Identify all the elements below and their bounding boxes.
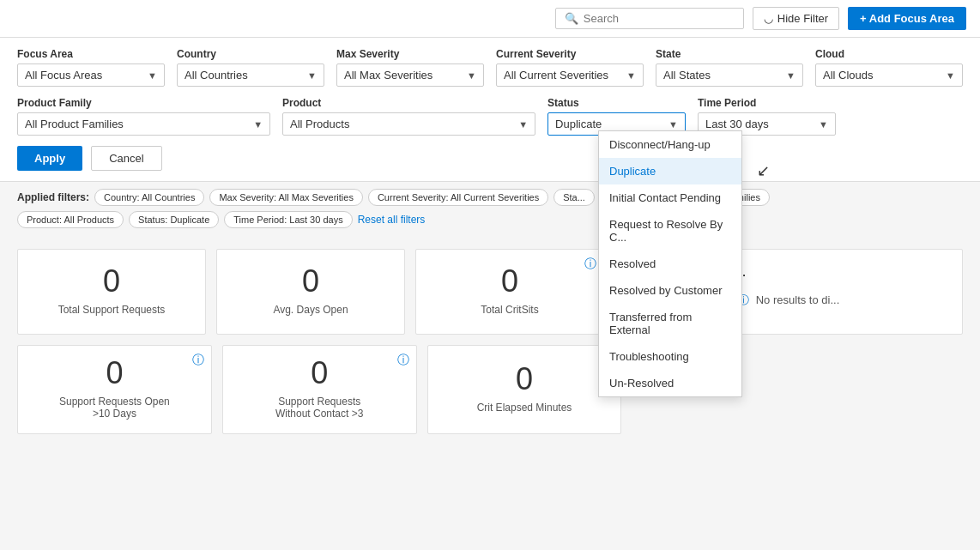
avg-days-open-value: 0 <box>302 264 319 299</box>
avg-days-open-card: 0 Avg. Days Open <box>216 249 405 335</box>
dropdown-item-duplicate[interactable]: Duplicate <box>599 158 741 184</box>
current-severity-select[interactable]: All Current Severities ▼ <box>496 63 644 87</box>
focus-area-group: Focus Area All Focus Areas ▼ <box>17 48 165 87</box>
support-requests-open-10days-value: 0 <box>106 356 123 390</box>
info-icon[interactable]: ⓘ <box>192 353 204 368</box>
filter-tag: Sta... <box>554 189 595 206</box>
apply-button[interactable]: Apply <box>17 146 82 171</box>
filter-tag: Current Severity: All Current Severities <box>368 189 548 206</box>
cloud-group: Cloud All Clouds ▼ <box>815 48 963 87</box>
avg-days-open-label: Avg. Days Open <box>273 304 348 316</box>
crit-elapsed-minutes-card: ⓘ 0 Crit Elapsed Minutes <box>427 345 622 434</box>
product-label: Product <box>282 97 535 109</box>
action-row: Apply Cancel <box>17 146 963 171</box>
focus-area-label: Focus Area <box>17 48 165 60</box>
dropdown-item-troubleshooting[interactable]: Troubleshooting <box>599 343 741 370</box>
crit-elapsed-minutes-label: Crit Elapsed Minutes <box>477 402 572 414</box>
main-content: 0 Total Support Requests 0 Avg. Days Ope… <box>0 235 980 448</box>
cards-row-2: ⓘ 0 Support Requests Open>10 Days ⓘ 0 Su… <box>17 345 963 434</box>
focus-area-select[interactable]: All Focus Areas ▼ <box>17 63 165 87</box>
country-label: Country <box>177 48 324 60</box>
status-arrow-icon: ▼ <box>668 119 678 130</box>
dropdown-item-resolved-by-customer[interactable]: Resolved by Customer <box>599 277 741 304</box>
filter-panel: Focus Area All Focus Areas ▼ Country All… <box>0 38 980 182</box>
state-label: State <box>656 48 803 60</box>
no-results-message: ⓘ No results to di... <box>738 286 840 315</box>
product-family-arrow-icon: ▼ <box>253 119 263 130</box>
filter-icon: ◡ <box>764 12 773 25</box>
country-arrow-icon: ▼ <box>307 70 317 81</box>
support-requests-no-contact-value: 0 <box>311 356 328 390</box>
max-severity-group: Max Severity All Max Severities ▼ <box>336 48 484 87</box>
filter-tag: Status: Duplicate <box>129 211 219 228</box>
cloud-select[interactable]: All Clouds ▼ <box>815 63 963 87</box>
total-support-requests-value: 0 <box>103 264 120 299</box>
total-critsits-card: ⓘ 0 Total CritSits <box>415 249 604 335</box>
dropdown-item-transferred-external[interactable]: Transferred from External <box>599 304 741 343</box>
applied-filters-label: Applied filters: <box>17 191 89 203</box>
time-period-label: Time Period <box>698 97 836 109</box>
filter-tag: Product: All Products <box>17 211 124 228</box>
total-critsits-label: Total CritSits <box>481 304 538 316</box>
current-severity-arrow-icon: ▼ <box>626 70 636 81</box>
time-period-arrow-icon: ▼ <box>819 119 828 130</box>
state-arrow-icon: ▼ <box>786 70 795 81</box>
status-dropdown: Disconnect/Hang-up Duplicate Initial Con… <box>598 130 742 397</box>
current-severity-group: Current Severity All Current Severities … <box>496 48 644 87</box>
cloud-arrow-icon: ▼ <box>946 70 955 81</box>
cards-row-1: 0 Total Support Requests 0 Avg. Days Ope… <box>17 249 963 335</box>
top-bar: 🔍 ◡ Hide Filter + Add Focus Area <box>0 0 980 38</box>
applied-filters-bar: Applied filters: Country: All Countries … <box>0 182 980 235</box>
dropdown-item-initial-contact[interactable]: Initial Contact Pending <box>599 184 741 211</box>
search-input[interactable] <box>584 12 735 25</box>
hide-filter-button[interactable]: ◡ Hide Filter <box>753 7 839 30</box>
country-group: Country All Countries ▼ <box>177 48 324 87</box>
max-severity-arrow-icon: ▼ <box>467 70 476 81</box>
support-requests-no-contact-label: Support RequestsWithout Contact >3 <box>275 396 363 420</box>
cloud-label: Cloud <box>815 48 963 60</box>
max-severity-select[interactable]: All Max Severities ▼ <box>336 63 484 87</box>
total-support-requests-label: Total Support Requests <box>58 304 166 316</box>
dropdown-item-disconnect[interactable]: Disconnect/Hang-up <box>599 131 741 158</box>
max-severity-label: Max Severity <box>336 48 484 60</box>
state-select[interactable]: All States ▼ <box>656 63 803 87</box>
dropdown-item-unresolved[interactable]: Un-Resolved <box>599 370 741 396</box>
state-group: State All States ▼ <box>656 48 803 87</box>
info-icon[interactable]: ⓘ <box>584 257 596 272</box>
search-box[interactable]: 🔍 <box>555 8 744 29</box>
total-support-requests-card: 0 Total Support Requests <box>17 249 206 335</box>
crit-elapsed-minutes-value: 0 <box>516 362 533 396</box>
country-select[interactable]: All Countries ▼ <box>177 63 324 87</box>
product-family-group: Product Family All Product Families ▼ <box>17 97 270 136</box>
filter-row-1: Focus Area All Focus Areas ▼ Country All… <box>17 48 963 87</box>
filter-tag: Country: All Countries <box>94 189 204 206</box>
product-arrow-icon: ▼ <box>518 119 528 130</box>
focus-area-arrow-icon: ▼ <box>148 70 157 81</box>
search-icon: 🔍 <box>565 12 578 25</box>
status-label: Status <box>547 97 686 109</box>
support-requests-open-10days-card: ⓘ 0 Support Requests Open>10 Days <box>17 345 212 434</box>
support-requests-no-contact-card: ⓘ 0 Support RequestsWithout Contact >3 <box>222 345 417 434</box>
current-severity-label: Current Severity <box>496 48 644 60</box>
add-focus-area-button[interactable]: + Add Focus Area <box>848 7 966 30</box>
cancel-button[interactable]: Cancel <box>91 146 161 171</box>
total-critsits-value: 0 <box>501 264 518 299</box>
support-requests-open-10days-label: Support Requests Open>10 Days <box>59 396 170 420</box>
product-family-select[interactable]: All Product Families ▼ <box>17 112 270 136</box>
info-icon[interactable]: ⓘ <box>397 353 409 368</box>
dropdown-item-resolved[interactable]: Resolved <box>599 251 741 277</box>
filter-tag: Max Severity: All Max Severities <box>209 189 363 206</box>
filter-row-2: Product Family All Product Families ▼ Pr… <box>17 97 963 136</box>
filter-tag: Time Period: Last 30 days <box>224 211 352 228</box>
product-family-label: Product Family <box>17 97 270 109</box>
product-select[interactable]: All Products ▼ <box>282 112 535 136</box>
reset-all-filters-link[interactable]: Reset all filters <box>358 214 426 226</box>
dropdown-item-request-resolve[interactable]: Request to Resolve By C... <box>599 211 741 251</box>
product-group: Product All Products ▼ <box>282 97 535 136</box>
